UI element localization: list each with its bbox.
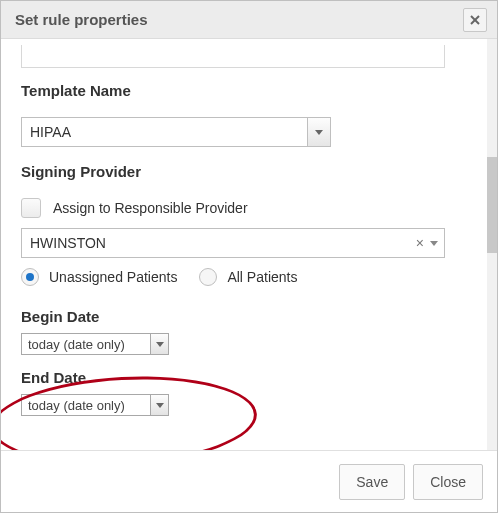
end-date-label: End Date (21, 369, 475, 386)
chevron-down-icon (315, 130, 323, 135)
assign-responsible-checkbox[interactable] (21, 198, 41, 218)
close-button[interactable]: Close (413, 464, 483, 500)
end-date-caret[interactable] (150, 395, 168, 415)
dialog-footer: Save Close (1, 450, 497, 512)
assign-responsible-row[interactable]: Assign to Responsible Provider (21, 198, 475, 218)
radio-icon (21, 268, 39, 286)
chevron-down-icon (156, 403, 164, 408)
patient-scope-radio-group: Unassigned Patients All Patients (21, 268, 475, 286)
dialog-titlebar: Set rule properties (1, 1, 497, 39)
previous-field-bottom (21, 45, 445, 68)
radio-all-patients[interactable]: All Patients (199, 268, 297, 286)
begin-date-label: Begin Date (21, 308, 475, 325)
template-select-value: HIPAA (22, 118, 307, 146)
close-icon (470, 15, 480, 25)
dialog-body: Template Name HIPAA Signing Provider Ass… (1, 39, 497, 450)
radio-unassigned-patients[interactable]: Unassigned Patients (21, 268, 177, 286)
scrollbar-thumb[interactable] (487, 157, 497, 253)
provider-select[interactable]: HWINSTON × (21, 228, 445, 258)
end-date-value: today (date only) (22, 395, 150, 415)
set-rule-dialog: Set rule properties Template Name HIPAA … (0, 0, 498, 513)
provider-clear-button[interactable]: × (410, 235, 430, 251)
template-select[interactable]: HIPAA (21, 117, 331, 147)
dialog-title: Set rule properties (15, 11, 148, 28)
save-button[interactable]: Save (339, 464, 405, 500)
scrollbar-track[interactable] (487, 39, 497, 450)
radio-all-label: All Patients (227, 269, 297, 285)
dialog-content: Template Name HIPAA Signing Provider Ass… (1, 39, 487, 450)
template-select-caret[interactable] (307, 118, 330, 146)
provider-select-value: HWINSTON (30, 235, 106, 251)
begin-date-value: today (date only) (22, 334, 150, 354)
template-name-label: Template Name (21, 82, 475, 99)
begin-date-select[interactable]: today (date only) (21, 333, 169, 355)
signing-provider-label: Signing Provider (21, 163, 475, 180)
chevron-down-icon (430, 241, 438, 246)
end-date-select[interactable]: today (date only) (21, 394, 169, 416)
chevron-down-icon (156, 342, 164, 347)
begin-date-caret[interactable] (150, 334, 168, 354)
radio-unassigned-label: Unassigned Patients (49, 269, 177, 285)
dialog-close-button[interactable] (463, 8, 487, 32)
assign-responsible-label: Assign to Responsible Provider (53, 200, 248, 216)
radio-icon (199, 268, 217, 286)
